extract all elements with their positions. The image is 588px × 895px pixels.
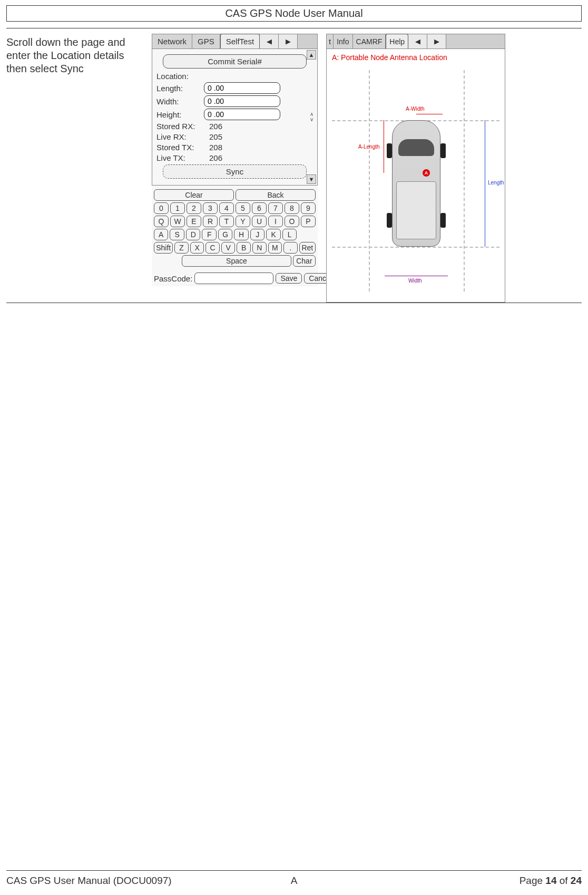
value-spinner[interactable]: ∧ ∨ xyxy=(307,112,316,122)
spinner-down-icon[interactable]: ∨ xyxy=(307,117,316,122)
tab-scroll-right-icon[interactable]: ▶ xyxy=(279,34,298,48)
a-width-arrow xyxy=(416,114,443,114)
key-i[interactable]: I xyxy=(268,216,283,227)
key-dot[interactable]: . xyxy=(283,242,298,254)
config-screenshot: Network GPS SelfTest ◀ ▶ ▲ ▼ ∧ ∨ Commit … xyxy=(152,34,318,303)
diagram-tab-left-icon[interactable]: ◀ xyxy=(408,34,427,48)
tab-camrf[interactable]: CAMRF xyxy=(353,34,386,48)
width-input[interactable] xyxy=(204,95,280,107)
key-4[interactable]: 4 xyxy=(219,202,234,214)
page-title: CAS GPS Node User Manual xyxy=(6,5,582,22)
key-1[interactable]: 1 xyxy=(170,202,185,214)
length-arrow xyxy=(485,120,485,247)
content-divider xyxy=(6,303,582,303)
diagram-tab-right-icon[interactable]: ▶ xyxy=(427,34,446,48)
passcode-input[interactable] xyxy=(194,273,273,284)
guide-vertical-left xyxy=(369,70,370,291)
instruction-text: Scroll down the page and enter the Locat… xyxy=(6,34,143,303)
key-q[interactable]: Q xyxy=(154,216,169,227)
key-n[interactable]: N xyxy=(252,242,267,254)
onscreen-keyboard: Clear Back 0 1 2 3 4 5 6 7 8 9 Q W E R T xyxy=(152,186,318,270)
key-k[interactable]: K xyxy=(266,229,280,240)
key-h[interactable]: H xyxy=(234,229,248,240)
sync-button[interactable]: Sync xyxy=(163,164,307,179)
live-rx-label: Live RX: xyxy=(156,132,209,141)
key-9[interactable]: 9 xyxy=(301,202,316,214)
clear-key[interactable]: Clear xyxy=(154,189,234,201)
passcode-row: PassCode: Save Cancel xyxy=(152,270,318,286)
key-g[interactable]: G xyxy=(218,229,232,240)
a-length-label: A-Length xyxy=(358,144,380,150)
key-u[interactable]: U xyxy=(252,216,267,227)
key-p[interactable]: P xyxy=(301,216,316,227)
key-2[interactable]: 2 xyxy=(187,202,201,214)
key-j[interactable]: J xyxy=(250,229,264,240)
a-width-label: A-Width xyxy=(406,106,425,112)
a-length-arrow xyxy=(384,120,384,173)
ret-key[interactable]: Ret xyxy=(299,242,316,254)
key-e[interactable]: E xyxy=(187,216,201,227)
key-c[interactable]: C xyxy=(205,242,220,254)
key-0[interactable]: 0 xyxy=(154,202,169,214)
key-6[interactable]: 6 xyxy=(252,202,267,214)
tab-network[interactable]: Network xyxy=(152,34,192,48)
footer-doc-id: CAS GPS User Manual (DOCU0097) xyxy=(6,875,172,887)
key-8[interactable]: 8 xyxy=(285,202,299,214)
key-b[interactable]: B xyxy=(237,242,251,254)
stored-tx-value: 208 xyxy=(209,143,222,152)
antenna-marker: A xyxy=(423,169,430,177)
height-input[interactable] xyxy=(204,109,280,120)
scroll-down-icon[interactable]: ▼ xyxy=(307,174,316,184)
key-t[interactable]: T xyxy=(219,216,234,227)
tab-selftest[interactable]: SelfTest xyxy=(220,34,260,48)
key-o[interactable]: O xyxy=(285,216,299,227)
tab-help[interactable]: Help xyxy=(386,34,408,48)
key-3[interactable]: 3 xyxy=(203,202,218,214)
key-z[interactable]: Z xyxy=(174,242,189,254)
key-d[interactable]: D xyxy=(186,229,200,240)
passcode-label: PassCode: xyxy=(154,274,192,283)
key-r[interactable]: R xyxy=(203,216,218,227)
length-label: Length xyxy=(488,180,504,186)
commit-serial-button[interactable]: Commit Serial# xyxy=(163,54,307,69)
key-x[interactable]: X xyxy=(190,242,204,254)
length-input[interactable] xyxy=(204,82,280,94)
live-rx-value: 205 xyxy=(209,132,222,141)
key-y[interactable]: Y xyxy=(236,216,250,227)
guide-vertical-right xyxy=(464,70,465,291)
key-f[interactable]: F xyxy=(202,229,216,240)
stored-rx-label: Stored RX: xyxy=(156,122,209,131)
vehicle-icon xyxy=(385,120,448,247)
key-m[interactable]: M xyxy=(268,242,282,254)
page-footer: CAS GPS User Manual (DOCU0097) A Page 14… xyxy=(6,875,582,887)
diagram-tabbar: t Info CAMRF Help ◀ ▶ xyxy=(327,34,505,49)
guide-horizontal-bottom xyxy=(332,247,499,248)
key-v[interactable]: V xyxy=(221,242,236,254)
tab-truncated[interactable]: t xyxy=(327,34,334,48)
diagram-screenshot: t Info CAMRF Help ◀ ▶ A: Portable Node A… xyxy=(326,34,505,303)
char-key[interactable]: Char xyxy=(293,255,316,267)
key-s[interactable]: S xyxy=(170,229,184,240)
key-w[interactable]: W xyxy=(170,216,185,227)
config-tabbar: Network GPS SelfTest ◀ ▶ xyxy=(152,34,317,49)
antenna-diagram: A: Portable Node Antenna Location A xyxy=(327,49,505,302)
width-label: Width: xyxy=(156,97,204,106)
tab-info[interactable]: Info xyxy=(334,34,352,48)
zxcv-row: Shift Z X C V B N M . Ret xyxy=(154,242,316,254)
tab-gps[interactable]: GPS xyxy=(192,34,220,48)
key-7[interactable]: 7 xyxy=(268,202,283,214)
key-l[interactable]: L xyxy=(282,229,297,240)
key-5[interactable]: 5 xyxy=(236,202,250,214)
scroll-up-icon[interactable]: ▲ xyxy=(307,50,316,60)
shift-key[interactable]: Shift xyxy=(154,242,173,254)
space-key[interactable]: Space xyxy=(182,255,291,267)
key-a[interactable]: A xyxy=(154,229,168,240)
stored-rx-value: 206 xyxy=(209,122,222,131)
asdf-row: A S D F G H J K L xyxy=(154,229,316,240)
tab-scroll-left-icon[interactable]: ◀ xyxy=(260,34,279,48)
footer-revision: A xyxy=(291,875,298,887)
save-button[interactable]: Save xyxy=(276,273,302,284)
width-label-diagram: Width xyxy=(408,278,422,284)
length-label: Length: xyxy=(156,84,204,93)
back-key[interactable]: Back xyxy=(236,189,316,201)
